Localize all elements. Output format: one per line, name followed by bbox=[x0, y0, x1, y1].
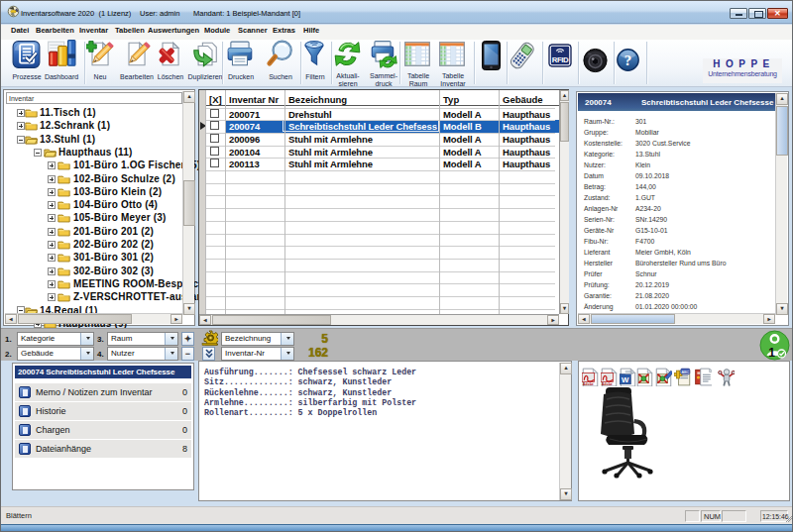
svg-text:Adobe: Adobe bbox=[602, 382, 613, 386]
svg-text:1: 1 bbox=[768, 346, 775, 360]
svg-text:W: W bbox=[622, 375, 629, 384]
svg-text:RFID: RFID bbox=[552, 55, 569, 64]
svg-text:?: ? bbox=[624, 52, 632, 68]
svg-text:Adobe: Adobe bbox=[583, 382, 594, 386]
svg-text:ABC: ABC bbox=[681, 371, 689, 374]
